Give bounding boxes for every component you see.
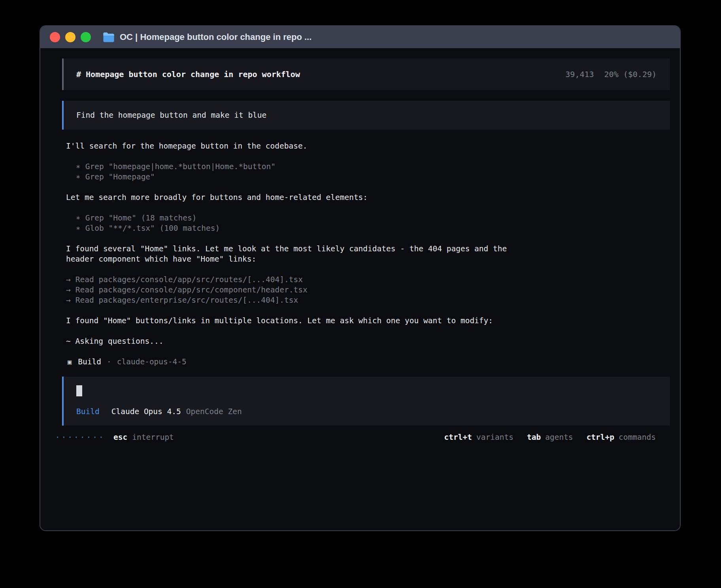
arrow-right-icon: → xyxy=(66,275,71,285)
shortcut-variants: ctrl+t variants xyxy=(444,432,513,443)
tool-call-grep: ∗ Grep "Homepage" xyxy=(76,172,670,182)
asterisk-icon: ∗ xyxy=(76,172,81,182)
user-message: Find the homepage button and make it blu… xyxy=(62,101,670,130)
close-button[interactable] xyxy=(50,32,60,42)
interrupt-label: interrupt xyxy=(132,432,174,443)
read-file-path: Read packages/console/app/src/component/… xyxy=(75,285,308,295)
minimize-button[interactable] xyxy=(65,32,75,42)
status-bar: ········ esc interrupt ctrl+t variants t… xyxy=(62,432,670,443)
provider-label: OpenCode Zen xyxy=(186,407,242,417)
tool-call-group: ∗ Grep "homepage|home.*button|Home.*butt… xyxy=(76,162,670,182)
prompt-input[interactable]: Build Claude Opus 4.5 OpenCode Zen xyxy=(62,377,670,426)
session-header: # Homepage button color change in repo w… xyxy=(62,58,670,90)
tool-call-text: Grep "homepage|home.*button|Home.*button… xyxy=(85,162,276,172)
shortcut-label: commands xyxy=(619,432,656,443)
tool-call-read: → Read packages/console/app/src/componen… xyxy=(66,285,670,295)
model-label[interactable]: Claude Opus 4.5 xyxy=(111,407,181,417)
session-stats: 39,413 20% ($0.29) xyxy=(565,69,657,79)
agent-name: Build xyxy=(78,357,101,367)
shortcut-key: ctrl+t xyxy=(444,432,472,443)
assistant-text-intro: I'll search for the homepage button in t… xyxy=(66,141,521,151)
assistant-text-candidates: I found several "Home" links. Let me loo… xyxy=(66,244,521,264)
tool-call-grep: ∗ Grep "Home" (18 matches) xyxy=(76,213,670,223)
asterisk-icon: ∗ xyxy=(76,223,81,234)
terminal-window: OC | Homepage button color change in rep… xyxy=(40,25,681,531)
arrow-right-icon: → xyxy=(66,295,71,305)
input-meta-row: Build Claude Opus 4.5 OpenCode Zen xyxy=(76,407,657,417)
shortcut-label: variants xyxy=(476,432,513,443)
tool-call-glob: ∗ Glob "**/*.tsx" (100 matches) xyxy=(76,223,670,234)
shortcut-label: agents xyxy=(545,432,573,443)
tool-call-grep: ∗ Grep "homepage|home.*button|Home.*butt… xyxy=(76,162,670,172)
separator-dot: · xyxy=(107,357,111,367)
agent-model-id: claude-opus-4-5 xyxy=(117,357,187,367)
tool-call-text: Grep "Homepage" xyxy=(85,172,155,182)
asterisk-icon: ∗ xyxy=(76,162,81,172)
read-file-path: Read packages/console/app/src/routes/[..… xyxy=(75,275,303,285)
read-file-path: Read packages/enterprise/src/routes/[...… xyxy=(75,295,298,305)
shortcut-hints: ctrl+t variants tab agents ctrl+p comman… xyxy=(444,432,656,443)
tool-call-text: Grep "Home" (18 matches) xyxy=(85,213,197,223)
folder-icon xyxy=(103,32,115,42)
text-cursor xyxy=(76,385,82,396)
asterisk-icon: ∗ xyxy=(76,213,81,223)
assistant-working-status: ~ Asking questions... xyxy=(66,336,521,347)
terminal-content: # Homepage button color change in repo w… xyxy=(40,48,680,530)
assistant-text-ask: I found "Home" buttons/links in multiple… xyxy=(66,316,521,326)
user-message-text: Find the homepage button and make it blu… xyxy=(76,110,266,121)
window-titlebar[interactable]: OC | Homepage button color change in rep… xyxy=(40,26,680,48)
read-call-group: → Read packages/console/app/src/routes/[… xyxy=(66,275,670,305)
assistant-text-broaden: Let me search more broadly for buttons a… xyxy=(66,192,521,203)
shortcut-agents: tab agents xyxy=(527,432,573,443)
tool-call-read: → Read packages/console/app/src/routes/[… xyxy=(66,275,670,285)
arrow-right-icon: → xyxy=(66,285,71,295)
token-count: 39,413 xyxy=(565,69,594,79)
agent-info-line: ▣ Build · claude-opus-4-5 xyxy=(68,357,670,367)
session-title: # Homepage button color change in repo w… xyxy=(76,69,300,79)
shortcut-key: tab xyxy=(527,432,541,443)
shortcut-key: ctrl+p xyxy=(587,432,614,443)
agent-mode-label[interactable]: Build xyxy=(76,407,100,417)
zoom-button[interactable] xyxy=(81,32,91,42)
traffic-lights xyxy=(50,32,91,42)
tool-call-text: Glob "**/*.tsx" (100 matches) xyxy=(85,223,220,234)
shortcut-commands: ctrl+p commands xyxy=(587,432,656,443)
tool-call-read: → Read packages/enterprise/src/routes/[.… xyxy=(66,295,670,305)
window-title: OC | Homepage button color change in rep… xyxy=(120,32,311,42)
agent-icon: ▣ xyxy=(68,357,72,367)
esc-key-hint: esc xyxy=(113,432,127,443)
spinner-dots: ········ xyxy=(55,432,105,443)
context-percent-cost: 20% ($0.29) xyxy=(604,69,657,79)
tool-call-group: ∗ Grep "Home" (18 matches) ∗ Glob "**/*.… xyxy=(76,213,670,234)
